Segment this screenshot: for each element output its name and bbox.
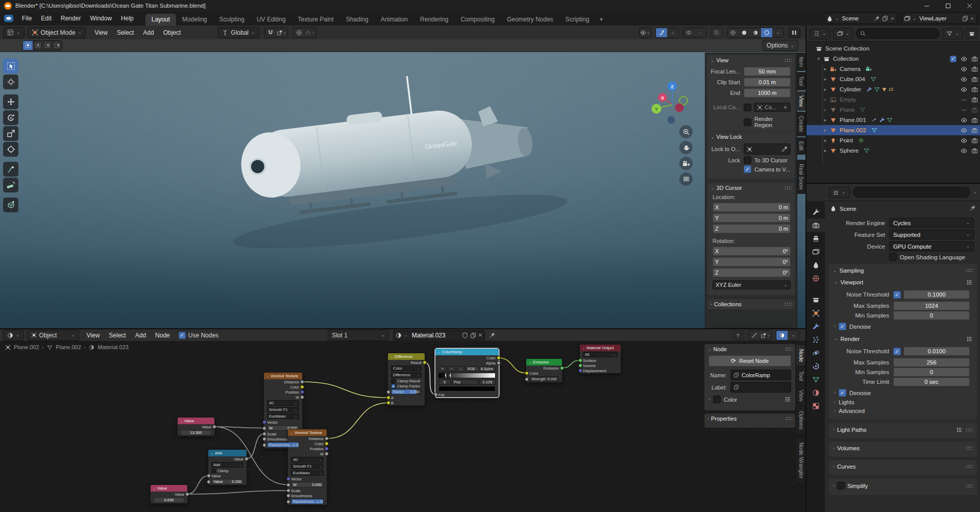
eye-open-icon[interactable]: [961, 76, 967, 83]
eye-open-icon[interactable]: [961, 86, 967, 93]
unlink-scene-button[interactable]: ✕: [890, 16, 894, 21]
tool-scale-button[interactable]: [3, 126, 18, 141]
output-socket-color[interactable]: [325, 442, 329, 446]
node-properties-header[interactable]: ›Properties: [704, 413, 795, 424]
tool-move-button[interactable]: [3, 94, 18, 109]
outliner[interactable]: ⌄⌄⌄Scene Collection▾Collection✓▸Camera▸C…: [806, 26, 980, 183]
properties-tab-scene[interactable]: [806, 258, 825, 272]
sidebar-tab-item[interactable]: Item: [796, 53, 805, 71]
input-socket-displacement[interactable]: [578, 369, 582, 373]
remove-stop-button[interactable]: −: [448, 366, 456, 372]
shading-solid-button[interactable]: [739, 28, 750, 37]
tool-select-box-button[interactable]: [3, 59, 18, 74]
panel-grip[interactable]: [785, 186, 792, 190]
properties-editor[interactable]: ⌄⌄SceneRender EngineCycles⌄Feature SetSu…: [806, 183, 980, 512]
node-emission-emit[interactable]: ⌄EmissionEmissionColorStrength5.000: [526, 358, 562, 383]
node-slider[interactable]: Randomnes...1.000: [267, 442, 299, 448]
node-header[interactable]: ⌄Material Output: [580, 345, 621, 351]
input-socket-randomnes-[interactable]: [286, 500, 290, 504]
node-color-checkbox[interactable]: [713, 396, 721, 403]
use-nodes-checkbox[interactable]: ✓: [179, 332, 186, 339]
collections-panel-header[interactable]: ›Collections: [707, 299, 795, 309]
sidebar-tab-tool[interactable]: Tool: [796, 72, 805, 90]
noise-threshold-checkbox[interactable]: ✓: [893, 348, 901, 355]
local-camera-field[interactable]: Ca...✕: [754, 103, 791, 112]
eye-open-icon[interactable]: [961, 117, 967, 124]
axis-field[interactable]: Y0 m: [713, 213, 791, 223]
sidebar-tab-view[interactable]: View: [796, 91, 805, 111]
preset-list-icon[interactable]: [956, 426, 963, 433]
field-value[interactable]: 0.01 m: [744, 78, 791, 87]
properties-tab-physics[interactable]: [806, 346, 825, 359]
node-number-field[interactable]: W0.000: [291, 482, 324, 487]
input-socket-fac[interactable]: [434, 393, 438, 397]
outliner-row-collection[interactable]: ▾Collection✓: [806, 54, 980, 64]
collapse-icon[interactable]: ⌄: [290, 431, 293, 434]
editor-type-selector[interactable]: ⌄: [3, 27, 24, 38]
pin-scene-icon[interactable]: [874, 15, 880, 21]
node-slider[interactable]: Strength5.000: [529, 376, 559, 382]
node-menu-select[interactable]: Select: [104, 332, 130, 339]
gizmo-dropdown[interactable]: ⌄: [667, 28, 678, 37]
object-visibility-dropdown[interactable]: ⌄: [640, 28, 651, 37]
panel-header-curves[interactable]: ›Curves: [829, 461, 977, 472]
node-dropdown-all[interactable]: All⌄: [583, 352, 618, 357]
outliner-filter-dropdown[interactable]: ⌄: [942, 28, 963, 39]
workspace-tab-geometry-nodes[interactable]: Geometry Nodes: [501, 14, 559, 26]
noise-threshold-value[interactable]: 0.0100: [903, 347, 970, 356]
eye-closed-icon[interactable]: [961, 107, 967, 113]
menu-render[interactable]: Render: [56, 15, 85, 22]
node-dropdown-color[interactable]: Color⌄: [391, 365, 422, 371]
input-socket-factor[interactable]: [386, 390, 390, 394]
properties-tab-viewlayer[interactable]: [806, 245, 825, 258]
node-header[interactable]: ⌄Value: [151, 485, 187, 492]
node-sidebar-tab-options[interactable]: Options: [796, 407, 805, 433]
panel-header-light-paths[interactable]: ›Light Paths: [829, 424, 977, 435]
node-dropdown-4d[interactable]: 4D⌄: [267, 400, 299, 406]
field-value[interactable]: 50 mm: [744, 67, 791, 76]
shading-dropdown[interactable]: ⌄: [772, 28, 783, 37]
properties-tab-object[interactable]: [806, 306, 825, 320]
properties-tab-render[interactable]: [806, 218, 825, 232]
output-socket-value[interactable]: [244, 457, 249, 461]
outliner-row-sphere[interactable]: ▸Sphere: [806, 145, 980, 156]
shading-rendered-button[interactable]: [761, 28, 772, 37]
render-disabled-icon[interactable]: [971, 107, 978, 113]
render-visibility-icon[interactable]: [971, 66, 978, 72]
panel-grip[interactable]: [966, 465, 973, 469]
panel-grip[interactable]: [966, 428, 973, 432]
blender-logo-icon[interactable]: [0, 15, 17, 22]
properties-tab-texture[interactable]: [806, 399, 825, 412]
input-socket-value[interactable]: [207, 480, 211, 484]
ramp-options-button[interactable]: ⌄: [457, 366, 465, 372]
axis-field[interactable]: X0°: [713, 247, 791, 256]
panel-grip[interactable]: [966, 446, 973, 450]
prop-value[interactable]: 1024: [893, 301, 970, 310]
viewlayer-selector[interactable]: ⌄ViewLayer✕: [901, 13, 977, 24]
outliner-row-plane[interactable]: ▸Plane: [806, 105, 980, 115]
color-swatch[interactable]: [438, 386, 496, 392]
expand-caret-icon[interactable]: ▾: [816, 56, 821, 61]
node-sidebar-tab-view[interactable]: View: [796, 386, 805, 406]
render-visibility-icon[interactable]: [971, 137, 978, 144]
collapse-icon[interactable]: ⌄: [582, 346, 585, 350]
node-slider[interactable]: Randomnes...1.000: [291, 499, 324, 504]
output-socket-value[interactable]: [185, 492, 189, 496]
color-ramp-gradient[interactable]: [438, 373, 496, 378]
maximize-button[interactable]: [937, 0, 959, 11]
node-value-field[interactable]: 0.630: [154, 497, 184, 503]
tool-rotate-button[interactable]: [3, 110, 18, 125]
tool-add-cube-button[interactable]: [3, 198, 18, 212]
panel-header-simplify[interactable]: ›Simplify: [829, 479, 977, 492]
properties-tab-collection[interactable]: [806, 293, 825, 306]
collapse-icon[interactable]: ⌄: [180, 419, 183, 423]
rotation-order-dropdown[interactable]: XYZ Euler⌄: [713, 280, 791, 289]
node-header[interactable]: ⌄Add: [208, 450, 247, 456]
render-visibility-icon[interactable]: [971, 76, 978, 83]
node-menu-node[interactable]: Node: [151, 332, 175, 339]
output-socket-alpha[interactable]: [497, 361, 501, 365]
properties-tab-modifier[interactable]: [806, 320, 825, 333]
input-socket-smoothness[interactable]: [262, 437, 266, 441]
node-snap-dropdown[interactable]: ⌄: [760, 331, 771, 340]
viewport-header[interactable]: ⌄Viewport: [829, 276, 977, 288]
